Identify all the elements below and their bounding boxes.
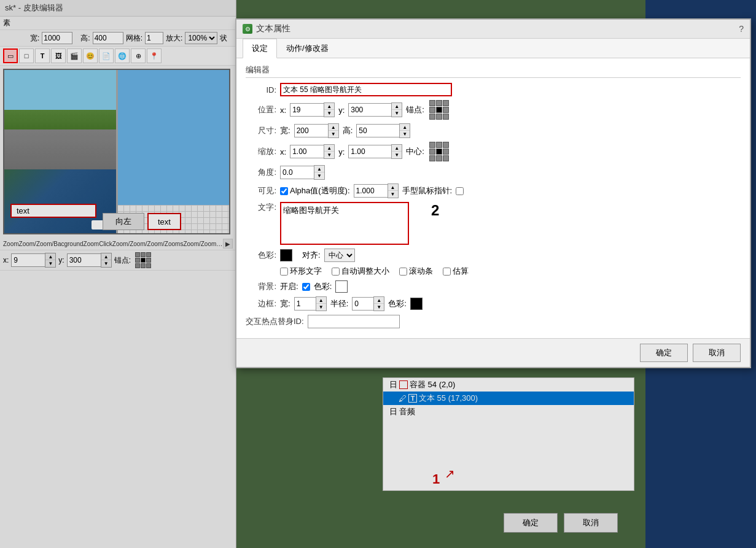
size-h-up[interactable]: ▲ (400, 124, 410, 131)
pos-x-label: x: (280, 106, 286, 115)
scale-x-up[interactable]: ▲ (324, 145, 334, 152)
circular-label: 环形文字 (280, 266, 322, 277)
pos-x-down[interactable]: ▼ (324, 110, 334, 117)
pos-x-input[interactable] (290, 103, 324, 117)
border-r-up[interactable]: ▲ (374, 297, 384, 304)
mouse-checkbox[interactable] (456, 187, 464, 195)
pos-y-label: y: (338, 106, 345, 115)
center-label: 中心: (406, 146, 424, 157)
tab-settings[interactable]: 设定 (243, 39, 277, 58)
pos-y-up[interactable]: ▲ (392, 103, 402, 110)
annotation-2-label: 2 (431, 202, 439, 219)
size-h-down[interactable]: ▼ (400, 131, 410, 137)
border-r-label: 半径: (330, 298, 349, 309)
scale-y-label: y: (338, 147, 345, 156)
scale-label: 缩放: (246, 146, 276, 157)
id-label: ID: (246, 85, 276, 95)
id-input[interactable] (280, 83, 452, 96)
pos-y-down[interactable]: ▼ (392, 110, 402, 117)
hotspot-input[interactable] (308, 315, 400, 328)
hotspot-label: 交互热点替身ID: (246, 316, 304, 327)
estimate-label: 估算 (443, 266, 469, 277)
mouse-label: 手型鼠标指针: (402, 185, 453, 196)
alpha-input[interactable] (354, 184, 388, 198)
bg-row: 背景: 开启: 色彩: (246, 280, 741, 293)
tab-actions[interactable]: 动作/修改器 (277, 39, 338, 58)
size-w-input[interactable] (294, 124, 328, 137)
anchor-form-label: 锚点: (406, 104, 424, 115)
modal-tabs: 设定 动作/修改器 (236, 39, 750, 58)
estimate-checkbox[interactable] (443, 268, 451, 276)
bg-label: 背景: (246, 281, 276, 292)
border-color-label: 色彩: (388, 298, 407, 309)
align-select[interactable]: 中心 左 右 (324, 249, 355, 262)
visible-label: 可见: (246, 185, 276, 196)
modal-help-btn[interactable]: ? (739, 24, 744, 34)
scale-y-input[interactable] (348, 145, 391, 158)
text-form-row: 文字: 缩略图导航开关 2 (246, 202, 741, 245)
angle-row: 角度: ▲ ▼ (246, 165, 741, 180)
id-row: ID: (246, 83, 741, 96)
angle-label: 角度: (246, 167, 276, 178)
size-form-label: 尺寸: (246, 125, 276, 136)
scale-y-down[interactable]: ▼ (392, 152, 402, 158)
border-r-down[interactable]: ▼ (374, 304, 384, 311)
modal-title: 文本属性 (256, 23, 735, 34)
checkboxes-row: 环形文字 自动调整大小 滚动条 估算 (246, 266, 741, 277)
border-w-up[interactable]: ▲ (316, 297, 326, 304)
border-w-label: 宽: (280, 298, 290, 309)
scale-row: 缩放: x: ▲ ▼ y: ▲ ▼ 中心: (246, 142, 741, 161)
auto-size-checkbox[interactable] (332, 268, 340, 276)
scroll-checkbox[interactable] (399, 268, 407, 276)
size-w-down[interactable]: ▼ (329, 131, 338, 137)
angle-down[interactable]: ▼ (314, 172, 324, 179)
border-label: 边框: (246, 298, 276, 309)
circular-text: 环形文字 (290, 266, 322, 277)
auto-size-text: 自动调整大小 (341, 266, 389, 277)
align-label: 对齐: (302, 250, 321, 261)
bg-open-checkbox[interactable] (302, 283, 310, 291)
auto-size-label: 自动调整大小 (332, 266, 389, 277)
border-w-down[interactable]: ▼ (316, 304, 326, 311)
scroll-text: 滚动条 (409, 266, 433, 277)
pos-y-input[interactable] (348, 103, 391, 117)
text-textarea[interactable]: 缩略图导航开关 (280, 202, 409, 245)
position-row: 位置: x: ▲ ▼ y: ▲ ▼ 锚点: (246, 100, 741, 120)
editor-section: 编辑器 (246, 64, 741, 78)
angle-up[interactable]: ▲ (314, 166, 324, 172)
alpha-down[interactable]: ▼ (388, 191, 398, 198)
modal-titlebar: ⚙ 文本属性 ? (236, 20, 750, 39)
hotspot-row: 交互热点替身ID: (246, 315, 741, 328)
modal-dialog: ⚙ 文本属性 ? 设定 动作/修改器 编辑器 ID: 位置: x: ▲ ▼ (235, 18, 751, 368)
modal-confirm-btn[interactable]: 确定 (640, 344, 688, 362)
size-h-input[interactable] (356, 124, 399, 137)
circular-checkbox[interactable] (280, 268, 288, 276)
size-h-label: 高: (343, 125, 353, 136)
alpha-checkbox-label: Alpha值(透明度): (280, 185, 350, 196)
border-w-input[interactable] (294, 297, 316, 311)
size-w-up[interactable]: ▲ (329, 124, 338, 131)
scale-x-down[interactable]: ▼ (324, 152, 334, 158)
color-label: 色彩: (246, 250, 276, 261)
border-color-picker[interactable] (410, 298, 423, 310)
scale-x-label: x: (280, 147, 286, 156)
pos-label: 位置: (246, 104, 276, 115)
modal-cancel-btn[interactable]: 取消 (693, 344, 741, 362)
center-display (429, 142, 449, 161)
bg-color-picker[interactable] (335, 280, 348, 293)
border-r-input[interactable] (352, 297, 373, 311)
scale-y-up[interactable]: ▲ (392, 145, 402, 152)
bg-open-label: 开启: (280, 281, 298, 292)
anchor-display (429, 100, 449, 120)
alpha-label: Alpha值(透明度): (290, 185, 350, 196)
color-align-row: 色彩: 对齐: 中心 左 右 (246, 249, 741, 262)
bg-color-label: 色彩: (314, 281, 332, 292)
alpha-up[interactable]: ▲ (388, 184, 398, 191)
pos-x-up[interactable]: ▲ (324, 103, 334, 110)
size-w-label: 宽: (280, 125, 290, 136)
angle-input[interactable] (280, 166, 314, 179)
color-picker[interactable] (280, 249, 292, 261)
modal-body: 编辑器 ID: 位置: x: ▲ ▼ y: ▲ ▼ (236, 58, 750, 338)
scale-x-input[interactable] (290, 145, 324, 158)
alpha-checkbox[interactable] (280, 187, 288, 195)
